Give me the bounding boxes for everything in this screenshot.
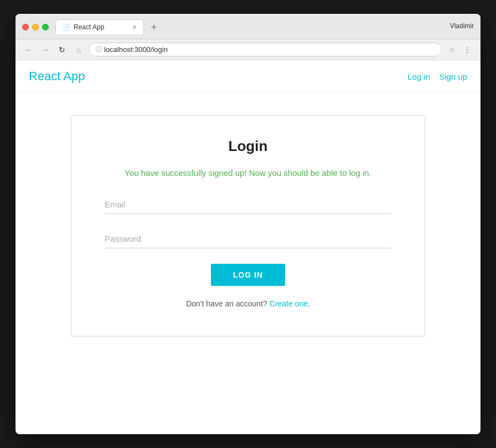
main-content: Login You have successfully signed up! N… <box>16 93 480 358</box>
user-label: Vladimir <box>450 22 474 32</box>
new-tab-button[interactable]: ＋ <box>146 20 162 33</box>
login-submit-button[interactable]: LOG IN <box>211 264 285 286</box>
refresh-button[interactable]: ↻ <box>55 43 69 56</box>
login-card: Login You have successfully signed up! N… <box>71 115 425 336</box>
login-title: Login <box>105 138 391 155</box>
traffic-lights <box>22 24 49 30</box>
browser-titlebar: 📄 React App × ＋ Vladimir <box>16 14 480 39</box>
password-input[interactable] <box>105 230 391 248</box>
no-account-text: Don't have an account? <box>186 299 267 308</box>
traffic-light-minimize[interactable] <box>32 24 39 30</box>
email-input[interactable] <box>105 195 391 214</box>
tab-title-label: React App <box>74 23 129 31</box>
tab-bar: 📄 React App × ＋ <box>55 19 450 34</box>
create-account-link[interactable]: Create one <box>270 299 308 308</box>
address-text: localhost:3000/login <box>104 45 168 54</box>
home-button[interactable]: ⌂ <box>72 43 85 56</box>
app-header: React App Log in Sign up <box>16 60 480 93</box>
forward-button[interactable]: → <box>39 43 52 56</box>
browser-navbar: ← → ↻ ⌂ ⓘ localhost:3000/login ☆ ⋮ <box>16 39 480 60</box>
email-form-group <box>105 195 391 214</box>
address-bar[interactable]: ⓘ localhost:3000/login <box>89 43 442 56</box>
browser-tab[interactable]: 📄 React App × <box>55 19 144 34</box>
header-nav: Log in Sign up <box>407 72 467 81</box>
success-message: You have successfully signed up! Now you… <box>105 168 391 178</box>
tab-favicon-icon: 📄 <box>63 24 70 31</box>
address-bar-icon: ⓘ <box>96 45 102 54</box>
period: . <box>308 299 310 308</box>
traffic-light-maximize[interactable] <box>42 24 49 30</box>
bookmark-button[interactable]: ☆ <box>445 43 458 56</box>
signup-prompt: Don't have an account? Create one. <box>105 299 391 308</box>
nav-right-actions: ☆ ⋮ <box>445 43 474 56</box>
app-title[interactable]: React App <box>29 69 85 84</box>
menu-button[interactable]: ⋮ <box>461 43 474 56</box>
page-content: React App Log in Sign up Login You have … <box>16 60 480 434</box>
login-nav-link[interactable]: Log in <box>407 72 430 81</box>
password-form-group <box>105 230 391 248</box>
signup-nav-link[interactable]: Sign up <box>439 72 467 81</box>
tab-close-icon[interactable]: × <box>132 23 137 31</box>
back-button[interactable]: ← <box>22 43 35 56</box>
browser-window: 📄 React App × ＋ Vladimir ← → ↻ ⌂ ⓘ local… <box>16 14 480 434</box>
traffic-light-close[interactable] <box>22 24 29 30</box>
